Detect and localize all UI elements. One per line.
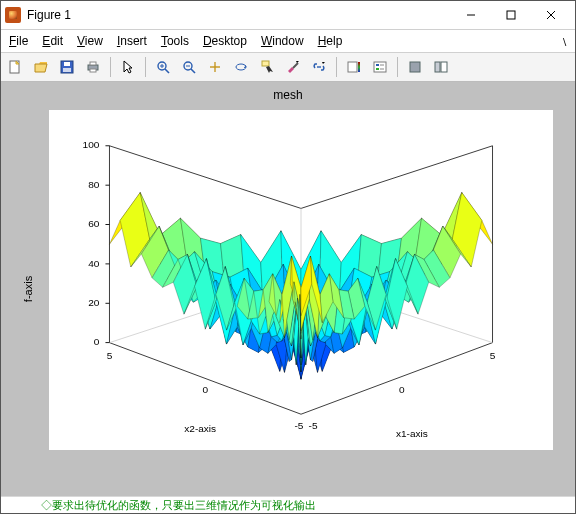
svg-rect-28 (358, 62, 360, 72)
insert-legend-button[interactable] (368, 55, 392, 79)
toolbar-separator (145, 57, 146, 77)
svg-line-18 (191, 69, 195, 73)
datacursor-button[interactable] (255, 55, 279, 79)
x1-tick: -5 (309, 420, 318, 430)
editor-peek-text: ◇要求出待优化的函数，只要出三维情况作为可视化输出 (41, 498, 316, 513)
z-tick: 40 (88, 258, 99, 268)
show-plot-tools-button[interactable] (429, 55, 453, 79)
x2-tick: -5 (295, 420, 304, 430)
brush-button[interactable] (281, 55, 305, 79)
z-tick: 0 (94, 337, 100, 347)
open-button[interactable] (29, 55, 53, 79)
svg-rect-35 (435, 62, 440, 72)
svg-line-14 (165, 69, 169, 73)
svg-marker-12 (124, 61, 132, 73)
svg-line-23 (293, 63, 298, 68)
menu-expand-icon[interactable]: ∖ (561, 36, 567, 47)
z-tick: 80 (88, 179, 99, 189)
menu-file[interactable]: File (9, 34, 28, 48)
save-button[interactable] (55, 55, 79, 79)
svg-rect-27 (348, 62, 357, 72)
svg-rect-22 (262, 61, 269, 66)
x2-axis-label: x2-axis (184, 424, 216, 434)
menubar: File Edit View Insert Tools Desktop Wind… (1, 30, 575, 53)
menu-desktop[interactable]: Desktop (203, 34, 247, 48)
x1-tick: 5 (490, 350, 496, 360)
surface-plot-svg: 0 20 40 60 80 100 5 0 -5 x2-axis -5 (49, 110, 553, 450)
z-tick: 20 (88, 297, 99, 307)
svg-rect-10 (90, 62, 96, 65)
svg-point-20 (214, 66, 216, 68)
zoom-out-button[interactable] (177, 55, 201, 79)
axes-3d[interactable]: 0 20 40 60 80 100 5 0 -5 x2-axis -5 (49, 110, 553, 450)
matlab-icon (5, 7, 21, 23)
pan-button[interactable] (203, 55, 227, 79)
menu-help[interactable]: Help (318, 34, 343, 48)
x1-axis-label: x1-axis (396, 428, 428, 438)
menu-window[interactable]: Window (261, 34, 304, 48)
menu-edit[interactable]: Edit (42, 34, 63, 48)
z-axis-label: f-axis (22, 276, 34, 302)
plot-title: mesh (1, 88, 575, 102)
svg-rect-36 (441, 62, 447, 72)
zoom-in-button[interactable] (151, 55, 175, 79)
toolbar (1, 53, 575, 82)
minimize-button[interactable] (451, 1, 491, 29)
svg-rect-7 (64, 62, 70, 66)
svg-rect-8 (63, 68, 71, 72)
menu-insert[interactable]: Insert (117, 34, 147, 48)
menu-tools[interactable]: Tools (161, 34, 189, 48)
menu-view[interactable]: View (77, 34, 103, 48)
window-title: Figure 1 (27, 8, 71, 22)
close-button[interactable] (531, 1, 571, 29)
svg-rect-11 (90, 69, 96, 72)
insert-colorbar-button[interactable] (342, 55, 366, 79)
svg-rect-34 (410, 62, 420, 72)
toolbar-separator (110, 57, 111, 77)
svg-marker-26 (322, 62, 325, 64)
new-figure-button[interactable] (3, 55, 27, 79)
print-button[interactable] (81, 55, 105, 79)
titlebar: Figure 1 (1, 1, 575, 30)
svg-rect-29 (374, 62, 386, 72)
z-tick: 100 (83, 140, 100, 150)
figure-canvas[interactable]: mesh f-axis (1, 82, 575, 496)
figure-window: Figure 1 File Edit View Insert Tools Des… (0, 0, 576, 514)
hide-plot-tools-button[interactable] (403, 55, 427, 79)
x2-tick: 5 (107, 350, 113, 360)
z-tick: 60 (88, 219, 99, 229)
link-button[interactable] (307, 55, 331, 79)
maximize-button[interactable] (491, 1, 531, 29)
pointer-button[interactable] (116, 55, 140, 79)
x2-tick: 0 (202, 384, 208, 394)
editor-peek: ◇要求出待优化的函数，只要出三维情况作为可视化输出 (1, 496, 575, 513)
toolbar-separator (336, 57, 337, 77)
x1-tick: 0 (399, 384, 405, 394)
svg-rect-1 (507, 11, 515, 19)
rotate3d-button[interactable] (229, 55, 253, 79)
toolbar-separator (397, 57, 398, 77)
